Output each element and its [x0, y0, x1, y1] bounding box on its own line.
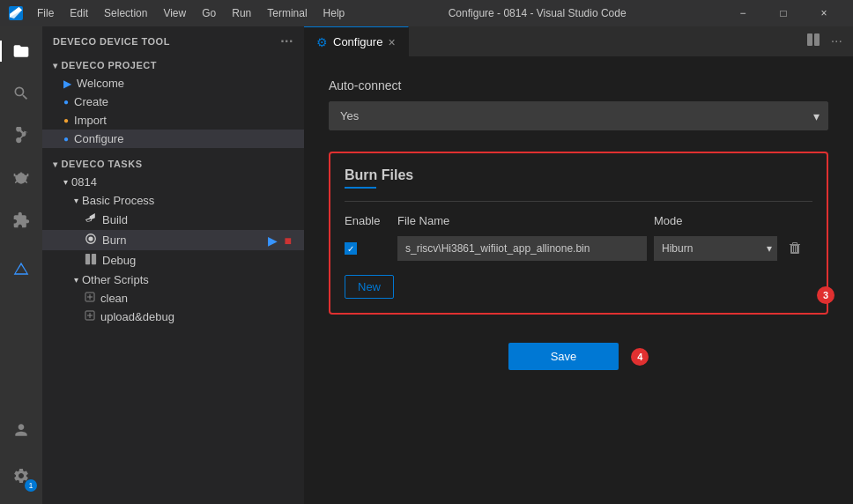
expand-0814-icon: ▾ [63, 177, 68, 187]
welcome-icon: ▶ [63, 78, 71, 90]
menu-bar: File Edit Selection View Go Run Terminal… [30, 5, 352, 21]
sidebar-item-build[interactable]: Build [42, 210, 304, 230]
editor-area: ⚙ Configure × ··· Auto-connect Yes No ▾ [304, 26, 853, 504]
section-project[interactable]: ▾ DEVECO PROJECT [42, 56, 304, 74]
sidebar-item-0814[interactable]: ▾ 0814 [42, 173, 304, 191]
import-icon: ● [63, 115, 69, 125]
auto-connect-label: Auto-connect [329, 78, 828, 93]
configure-icon: ● [63, 134, 69, 144]
notification-badge: 1 [25, 479, 37, 492]
sidebar-item-import[interactable]: ● Import [42, 111, 304, 130]
tab-bar: ⚙ Configure × ··· [304, 26, 853, 57]
svg-rect-2 [85, 254, 90, 264]
sidebar-item-burn[interactable]: Burn ▶ ■ [42, 230, 304, 250]
tab-configure-label: Configure [333, 35, 382, 48]
menu-edit[interactable]: Edit [63, 5, 95, 21]
sidebar-item-label-build: Build [102, 213, 128, 226]
sidebar-item-upload-debug[interactable]: upload&debug [42, 308, 304, 326]
minimize-button[interactable]: − [723, 0, 763, 26]
menu-help[interactable]: Help [316, 5, 352, 21]
window-title: Configure - 0814 - Visual Studio Code [352, 7, 723, 19]
sidebar-item-label-import: Import [74, 114, 107, 127]
svg-rect-3 [92, 254, 96, 264]
sidebar-item-debug[interactable]: Debug [42, 250, 304, 271]
col-header-filename: File Name [397, 214, 654, 227]
burn-icon [85, 233, 97, 248]
burn-enable-checkbox[interactable] [345, 242, 357, 255]
new-file-button[interactable]: New [345, 275, 394, 299]
activity-deveco[interactable] [0, 248, 42, 291]
activity-account[interactable] [0, 409, 42, 451]
sidebar-more-button[interactable]: ··· [280, 33, 293, 49]
sidebar-item-create[interactable]: ● Create [42, 93, 304, 111]
auto-connect-select[interactable]: Yes No [329, 101, 828, 130]
sidebar-item-label-other-scripts: Other Scripts [82, 273, 149, 286]
auto-connect-dropdown-wrapper: Yes No ▾ [329, 101, 828, 130]
sidebar-item-label-basic-process: Basic Process [82, 194, 154, 207]
sidebar-item-configure[interactable]: ● Configure [42, 130, 304, 148]
activity-debug[interactable] [0, 157, 42, 199]
menu-go[interactable]: Go [195, 5, 223, 21]
burn-table-header: Enable File Name Mode [345, 214, 812, 227]
sidebar-item-welcome[interactable]: ▶ Welcome [42, 74, 304, 93]
run-burn-button[interactable]: ▶ [266, 233, 279, 248]
upload-debug-icon [85, 310, 95, 323]
activity-bottom: 1 [0, 409, 42, 497]
sidebar: DEVECO DEVICE TOOL ··· ▾ DEVECO PROJECT … [42, 26, 304, 504]
save-button[interactable]: Save [508, 343, 619, 370]
stop-burn-button[interactable]: ■ [283, 233, 293, 248]
tab-close-button[interactable]: × [388, 35, 395, 49]
sidebar-item-label-welcome: Welcome [77, 77, 124, 90]
activity-extensions[interactable] [0, 199, 42, 241]
burn-delete-button[interactable] [777, 241, 812, 256]
section-tasks-label: DEVECO TASKS [62, 159, 143, 169]
burn-files-divider [345, 201, 812, 202]
svg-point-1 [88, 236, 93, 241]
sidebar-header: DEVECO DEVICE TOOL ··· [42, 26, 304, 56]
menu-terminal[interactable]: Terminal [260, 5, 314, 21]
section-tasks-arrow: ▾ [53, 159, 58, 169]
burn-filename-cell[interactable]: s_riscv\Hi3861_wifiiot_app_allinone.bin [397, 236, 647, 261]
save-wrapper: Save 4 [508, 343, 649, 370]
menu-file[interactable]: File [30, 5, 61, 21]
menu-view[interactable]: View [156, 5, 193, 21]
burn-mode-cell: Hiburn OpenOCD ▾ [654, 236, 777, 261]
create-icon: ● [63, 97, 69, 107]
expand-other-scripts-icon: ▾ [74, 275, 78, 285]
close-button[interactable]: × [804, 0, 844, 26]
activity-search[interactable] [0, 72, 42, 115]
debug-icon [85, 253, 97, 268]
svg-rect-7 [814, 33, 820, 46]
tab-bar-actions: ··· [796, 31, 853, 52]
burn-mode-select[interactable]: Hiburn OpenOCD [654, 236, 777, 261]
sidebar-item-other-scripts[interactable]: ▾ Other Scripts [42, 271, 304, 289]
activity-git[interactable] [0, 115, 42, 157]
sidebar-item-clean[interactable]: clean [42, 289, 304, 308]
sidebar-item-basic-process[interactable]: ▾ Basic Process [42, 191, 304, 210]
step4-badge: 4 [631, 348, 649, 366]
maximize-button[interactable]: □ [763, 0, 804, 26]
burn-files-title: Burn Files [345, 167, 812, 183]
activity-settings[interactable]: 1 [0, 455, 42, 497]
burn-actions: ▶ ■ [266, 233, 293, 248]
section-tasks[interactable]: ▾ DEVECO TASKS [42, 155, 304, 173]
section-project-arrow: ▾ [53, 61, 58, 70]
step3-badge-container: 3 [810, 286, 834, 304]
window-controls: − □ × [723, 0, 844, 26]
menu-selection[interactable]: Selection [97, 5, 154, 21]
menu-run[interactable]: Run [225, 5, 258, 21]
col-header-mode: Mode [654, 214, 777, 227]
more-actions-button[interactable]: ··· [827, 32, 846, 51]
burn-files-underline [345, 187, 376, 189]
split-editor-button[interactable] [803, 31, 824, 52]
sidebar-item-label-upload-debug: upload&debug [100, 310, 174, 323]
clean-icon [85, 292, 95, 305]
activity-explorer[interactable] [0, 30, 42, 72]
build-icon [85, 212, 97, 227]
sidebar-item-label-clean: clean [100, 292, 128, 305]
sidebar-item-label-0814: 0814 [71, 175, 97, 189]
burn-file-row: s_riscv\Hi3861_wifiiot_app_allinone.bin … [345, 236, 812, 261]
editor-content: Auto-connect Yes No ▾ Burn Files Enable … [304, 57, 853, 504]
tab-configure-icon: ⚙ [316, 35, 328, 49]
tab-configure[interactable]: ⚙ Configure × [304, 26, 409, 57]
